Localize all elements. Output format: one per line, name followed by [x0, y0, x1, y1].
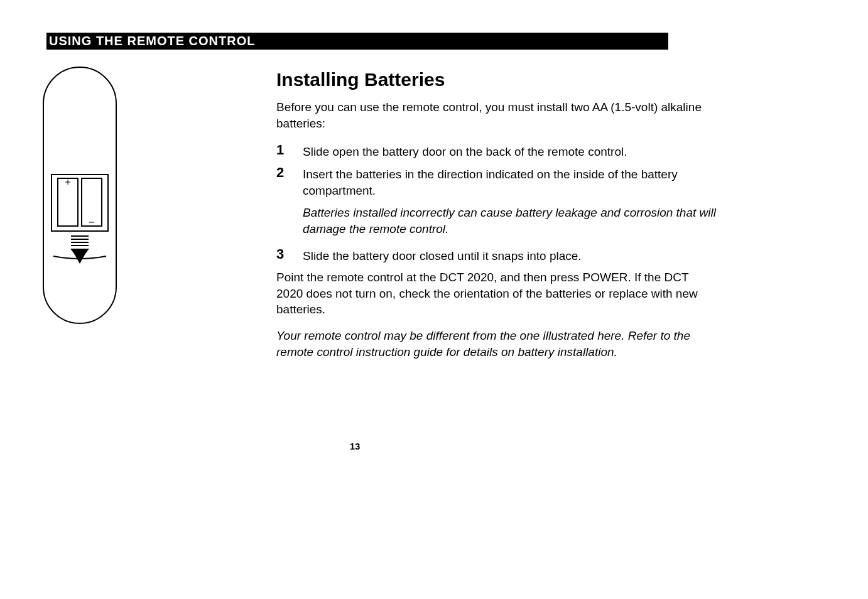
- section-header: USING THE REMOTE CONTROL: [46, 33, 668, 50]
- step-number: 3: [276, 247, 303, 262]
- svg-rect-2: [58, 178, 78, 226]
- svg-rect-1: [52, 175, 108, 231]
- svg-rect-3: [82, 178, 102, 226]
- step-number: 2: [276, 165, 303, 180]
- section-title: Installing Batteries: [276, 69, 716, 90]
- step-2: 2 Insert the batteries in the direction …: [276, 165, 716, 198]
- footnote: Your remote control may be different fro…: [276, 328, 716, 360]
- step-text: Slide the battery door closed until it s…: [303, 247, 582, 264]
- remote-control-illustration: [43, 67, 138, 324]
- svg-marker-11: [70, 249, 89, 254]
- page-number: 13: [0, 441, 710, 451]
- intro-paragraph: Before you can use the remote control, y…: [276, 99, 716, 131]
- step-3: 3 Slide the battery door closed until it…: [276, 247, 716, 264]
- step-1: 1 Slide open the battery door on the bac…: [276, 143, 716, 160]
- svg-marker-12: [74, 254, 85, 258]
- power-key-label: POWER: [583, 271, 628, 284]
- step-number: 1: [276, 143, 303, 158]
- svg-rect-0: [43, 67, 116, 323]
- step-text: Insert the batteries in the direction in…: [303, 165, 716, 198]
- closing-prefix: Point the remote control at the DCT 2020…: [276, 271, 583, 284]
- closing-paragraph: Point the remote control at the DCT 2020…: [276, 269, 716, 318]
- step-2-note: Batteries installed incorrectly can caus…: [303, 205, 716, 237]
- step-text: Slide open the battery door on the back …: [303, 143, 627, 160]
- content-area: Installing Batteries Before you can use …: [276, 69, 716, 360]
